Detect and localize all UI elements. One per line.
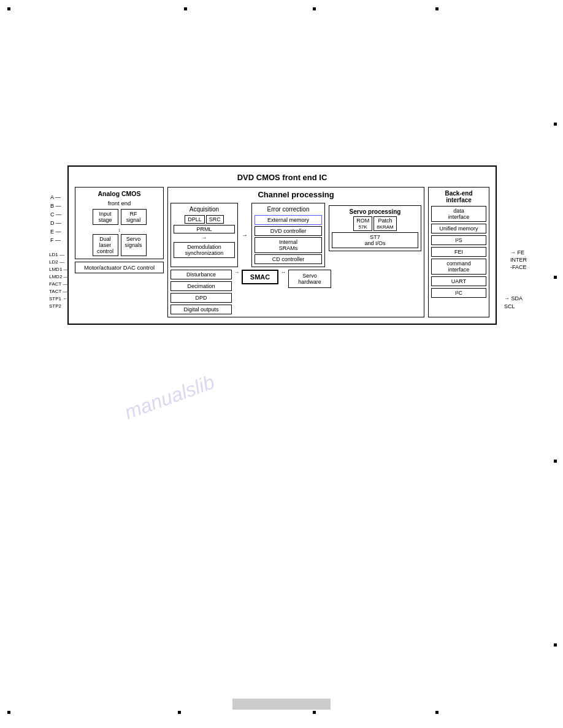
uart-box: UART — [431, 276, 486, 286]
servo-left-boxes: Disturbance Decimation DPD Digital outpu… — [170, 270, 232, 314]
dpd-box: DPD — [170, 293, 232, 303]
unified-memory-box: Unified memory — [431, 224, 486, 233]
acq-title: Acquisition — [174, 206, 235, 213]
i2s-box: I²S — [431, 235, 486, 245]
servo-signals-box: Servosignals — [121, 234, 147, 256]
bottom-bar — [232, 699, 331, 710]
backend-column: Back-endinterface datainterface Unified … — [428, 187, 489, 317]
error-correction-box: Error correction External memory DVD con… — [251, 203, 325, 267]
motor-actuator-box: Motor/actuator DAC control — [75, 262, 164, 273]
input-rf-row: Inputstage RFsignal — [78, 209, 161, 225]
st7-box: ST7and I/Os — [332, 232, 418, 248]
digital-outputs-box: Digital outputs — [170, 305, 232, 314]
input-stage-box: Inputstage — [93, 209, 118, 225]
servo-proc-title: Servo processing — [332, 208, 418, 215]
label-e: E ― — [50, 227, 61, 236]
top-section: Acquisition DPLL SRC PRML → Demodulation… — [170, 203, 421, 267]
outer-box: DVD CMOS front end IC A ― B ― C ― D ― E … — [67, 165, 497, 325]
dual-servo-row: Duallasercontrol Servosignals — [78, 234, 161, 256]
motor-label: Motor/actuator DAC control — [84, 264, 155, 271]
corner-dot-bm2 — [313, 711, 316, 714]
label-f: F ― — [50, 236, 61, 245]
src-box: SRC — [206, 215, 224, 224]
rom-patch-row: ROM 57K Patch 6KRAM — [332, 216, 418, 231]
command-interface-box: commandinterface — [431, 259, 486, 275]
channel-processing-wrapper: Channel processing Acquisition DPLL SRC … — [167, 187, 424, 317]
cd-controller-box: CD controller — [255, 254, 322, 264]
signal-labels-af: A ― B ― C ― D ― E ― F ― — [50, 193, 61, 245]
data-interface-box: datainterface — [431, 206, 486, 222]
acquisition-box: Acquisition DPLL SRC PRML → Demodulation… — [170, 203, 238, 267]
servo-proc-area: Servo processing ROM 57K Patch 6KRAM — [329, 203, 421, 267]
outer-title: DVD CMOS front end IC — [75, 173, 489, 182]
smac-box: SMAC — [242, 270, 278, 284]
rf-signal-box: RFsignal — [121, 209, 147, 225]
patch-box: Patch 6KRAM — [373, 216, 397, 231]
label-d: D ― — [50, 219, 61, 227]
edge-dot-r3 — [554, 460, 557, 463]
dual-laser-box: Duallasercontrol — [93, 234, 118, 256]
corner-dot-tm2 — [313, 7, 316, 10]
dpll-box: DPLL — [185, 215, 205, 224]
diagram-area: DVD CMOS front end IC A ― B ― C ― D ― E … — [67, 165, 497, 325]
label-c: C ― — [50, 210, 61, 219]
corner-dot-bl — [7, 711, 10, 714]
corner-dot-tm — [184, 7, 187, 10]
ext-memory-box: External memory — [255, 215, 322, 225]
internal-srams-box: InternalSRAMs — [255, 237, 322, 253]
backend-title: Back-endinterface — [431, 190, 486, 203]
left-column: A ― B ― C ― D ― E ― F ― Analog CMOS fron… — [75, 187, 164, 317]
corner-dot-br — [435, 711, 439, 714]
servo-hardware-box: Servohardware — [288, 270, 331, 288]
sda-scl-label: → SDA SCL — [504, 295, 523, 311]
servo-proc-box: Servo processing ROM 57K Patch 6KRAM — [329, 205, 421, 251]
arrows-to-smac: → — [234, 270, 239, 275]
corner-dot-tr — [435, 7, 439, 10]
main-inner: A ― B ― C ― D ― E ― F ― Analog CMOS fron… — [75, 187, 489, 317]
fei-box: FEI — [431, 247, 486, 257]
corner-dot-tl — [7, 7, 10, 10]
arrow-acq-err: → — [242, 203, 248, 267]
arrows-smac-servo: ↔ — [281, 270, 286, 275]
decimation-box: Decimation — [170, 281, 232, 291]
signal-labels-ld: LD1 ― LD2 ― LMD1 ― LMD2 ― FACT ― TACT ― … — [49, 251, 69, 310]
demod-box: Demodulationsynchronization — [174, 242, 235, 258]
watermark: manualslib — [121, 371, 217, 424]
analog-cmos-box: Analog CMOS front end Inputstage RFsigna… — [75, 187, 164, 259]
analog-subtitle: front end — [78, 200, 161, 207]
label-a: A ― — [50, 193, 61, 202]
label-b: B ― — [50, 202, 61, 210]
analog-title: Analog CMOS — [78, 190, 161, 197]
dvd-controller-box: DVD controller — [255, 226, 322, 236]
prml-box: PRML — [174, 225, 235, 233]
edge-dot-r1 — [554, 123, 557, 126]
bottom-section: Disturbance Decimation DPD Digital outpu… — [170, 270, 421, 314]
err-title: Error correction — [255, 206, 322, 213]
dpll-src-row: DPLL SRC — [174, 215, 235, 224]
channel-title: Channel processing — [170, 190, 421, 199]
corner-dot-bm — [178, 711, 181, 714]
edge-dot-r2 — [554, 276, 557, 279]
disturbance-box: Disturbance — [170, 270, 232, 279]
edge-dot-r4 — [554, 643, 557, 646]
rom-box: ROM 57K — [353, 216, 372, 231]
i2c-box: I²C — [431, 288, 486, 298]
fe-inter-label: → FE INTER -FACE — [510, 249, 527, 271]
